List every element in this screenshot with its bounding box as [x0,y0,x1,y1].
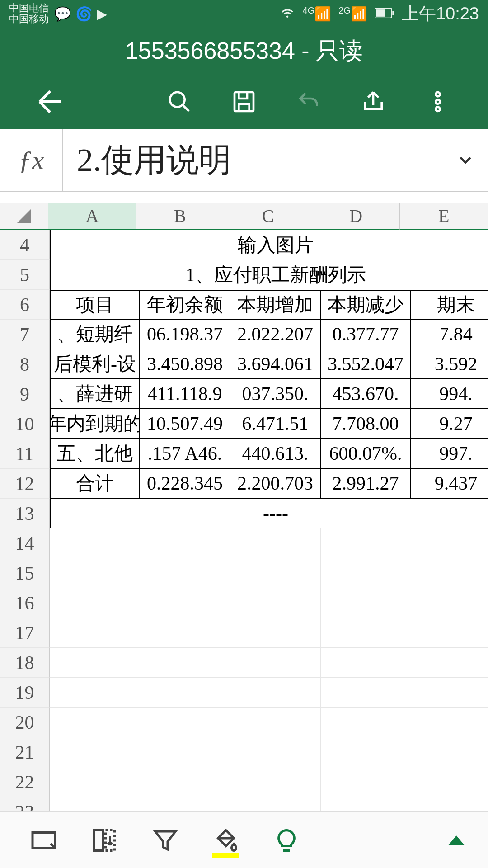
cell[interactable]: 2.200.703 [230,469,321,499]
cell[interactable]: 440.613. [230,439,321,469]
cell[interactable] [140,678,230,708]
cell[interactable] [321,588,411,618]
search-button[interactable] [147,89,212,114]
cell[interactable] [140,648,230,678]
cell[interactable] [140,558,230,588]
cell[interactable]: 9.437 [411,469,488,499]
row-header[interactable]: 10 [0,409,50,439]
cell[interactable] [230,618,321,648]
row-header[interactable]: 5 [0,260,50,290]
idea-button[interactable] [256,827,317,854]
cell[interactable]: 3.592 [411,349,488,379]
save-button[interactable] [212,89,277,114]
cell[interactable] [50,528,140,558]
cell[interactable] [50,678,140,708]
cell[interactable]: 、短期纤 [50,320,140,349]
row-header[interactable]: 18 [0,648,50,678]
col-header-d[interactable]: D [312,203,400,230]
row-header[interactable]: 13 [0,499,50,528]
edit-button[interactable] [83,89,147,114]
cell[interactable] [321,648,411,678]
cell[interactable]: 7.708.00 [321,409,411,439]
share-button[interactable] [341,89,405,114]
cell[interactable] [140,737,230,767]
cell[interactable] [411,678,488,708]
formula-value[interactable]: 2.使用说明 [63,138,443,182]
cell[interactable]: 3.450.898 [140,349,230,379]
cell[interactable] [140,618,230,648]
cell[interactable] [411,797,488,811]
cell[interactable]: ---- [50,499,488,528]
cell[interactable]: 年初余额 [140,290,230,320]
cell[interactable]: 后模利-设 [50,349,140,379]
cell[interactable]: 输入图片 [50,230,488,260]
cell[interactable] [321,797,411,811]
cell[interactable]: 7.84 [411,320,488,349]
formula-expand-button[interactable] [443,150,488,170]
cell[interactable] [230,708,321,737]
cell[interactable] [50,797,140,811]
cell[interactable] [230,528,321,558]
cell[interactable] [140,797,230,811]
cell[interactable] [321,558,411,588]
col-header-b[interactable]: B [136,203,225,230]
cell[interactable]: 453.670. [321,379,411,409]
cell[interactable]: 年内到期的 [50,409,140,439]
cell[interactable]: 项目 [50,290,140,320]
row-header[interactable]: 17 [0,618,50,648]
cell[interactable]: 037.350. [230,379,321,409]
cell[interactable] [230,678,321,708]
cell[interactable]: 3.694.061 [230,349,321,379]
col-header-c[interactable]: C [224,203,312,230]
cell[interactable] [321,618,411,648]
cell[interactable] [230,648,321,678]
cell[interactable] [321,528,411,558]
cell[interactable]: 0.228.345 [140,469,230,499]
cell[interactable] [140,588,230,618]
back-button[interactable] [18,86,83,118]
cell[interactable] [411,708,488,737]
expand-panel-button[interactable] [438,832,474,849]
fill-color-button[interactable] [196,827,256,854]
cell[interactable]: .157 A46. [140,439,230,469]
row-header[interactable]: 8 [0,349,50,379]
cell[interactable]: 600.07%. [321,439,411,469]
cell[interactable]: 411.118.9 [140,379,230,409]
filter-button[interactable] [135,827,196,854]
row-header[interactable]: 12 [0,469,50,499]
cell[interactable] [50,767,140,797]
cell[interactable] [50,588,140,618]
row-header[interactable]: 16 [0,588,50,618]
cell[interactable]: 1、应付职工新酬列示 [50,260,488,290]
cell[interactable] [230,588,321,618]
cell[interactable] [411,648,488,678]
col-header-e[interactable]: E [400,203,488,230]
row-header[interactable]: 15 [0,558,50,588]
row-header[interactable]: 14 [0,528,50,558]
cell[interactable] [411,767,488,797]
row-header[interactable]: 7 [0,320,50,349]
cell[interactable] [50,558,140,588]
cell[interactable] [411,618,488,648]
row-header[interactable]: 6 [0,290,50,320]
cell[interactable] [50,708,140,737]
cell[interactable]: 10.507.49 [140,409,230,439]
undo-button[interactable] [276,89,341,114]
cell[interactable] [411,558,488,588]
cell[interactable] [321,678,411,708]
cell[interactable] [50,618,140,648]
row-header[interactable]: 9 [0,379,50,409]
cell[interactable]: 期末 [411,290,488,320]
row-header[interactable]: 4 [0,230,50,260]
cell[interactable]: 994. [411,379,488,409]
cell[interactable] [411,528,488,558]
cell[interactable]: 06.198.37 [140,320,230,349]
cell[interactable] [321,767,411,797]
cell[interactable]: 6.471.51 [230,409,321,439]
fx-label[interactable]: ƒx [0,129,63,191]
cell[interactable] [321,737,411,767]
row-header[interactable]: 21 [0,737,50,767]
cell[interactable]: 五、北他 [50,439,140,469]
cell[interactable] [411,737,488,767]
cell[interactable]: 本期增加 [230,290,321,320]
